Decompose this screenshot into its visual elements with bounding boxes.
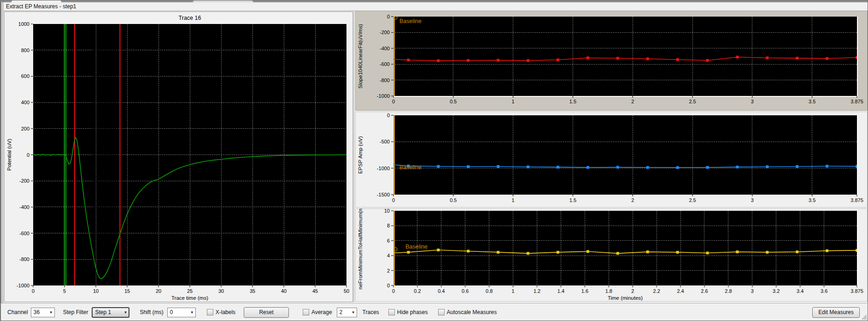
svg-text:10: 10 — [384, 209, 390, 214]
svg-text:3.6: 3.6 — [821, 288, 827, 294]
chevron-down-icon: ▼ — [123, 310, 127, 315]
edit-measures-button[interactable]: Edit Measures — [812, 307, 860, 318]
svg-text:0.4: 0.4 — [438, 288, 445, 294]
svg-text:2.2: 2.2 — [653, 288, 660, 294]
svg-text:2.5: 2.5 — [689, 99, 696, 104]
baseline-label: Baseline — [399, 164, 422, 171]
shift-select[interactable]: 0 ▼ — [167, 308, 196, 317]
svg-text:3.875: 3.875 — [850, 288, 863, 294]
average-checkbox[interactable] — [303, 309, 309, 315]
time-measure-panel: Baseline00.20.40.60.811.21.41.61.822.22.… — [355, 208, 868, 302]
svg-text:5: 5 — [63, 288, 66, 294]
svg-text:0: 0 — [392, 288, 395, 294]
chart-title: Trace 16 — [179, 15, 201, 21]
pane-splitter[interactable] — [353, 12, 354, 302]
channel-label: Channel — [7, 309, 28, 315]
chevron-down-icon: ▼ — [49, 310, 53, 315]
svg-text:-200: -200 — [19, 178, 29, 184]
svg-text:0.6: 0.6 — [462, 288, 469, 294]
svg-text:35: 35 — [250, 288, 255, 294]
resize-grip[interactable] — [861, 314, 867, 320]
svg-text:-1000: -1000 — [377, 93, 390, 99]
svg-text:0: 0 — [27, 152, 29, 158]
y-axis-label: EPSP Amp (uV) — [358, 136, 363, 174]
y-axis-label: neFromMinimumToHalfMinimum(m — [358, 209, 363, 289]
epsp-chart[interactable]: Baseline00.511.522.533.53.8750-500-1000-… — [356, 112, 867, 207]
svg-text:3: 3 — [751, 288, 754, 294]
xlabels-checkbox-label: X-labels — [216, 309, 235, 315]
hide-phases-checkbox[interactable] — [388, 309, 395, 315]
average-checkbox-label: Average — [311, 309, 332, 315]
svg-text:-500: -500 — [380, 139, 390, 144]
slope-chart[interactable]: Baseline00.511.522.533.53.8750-200-400-6… — [356, 11, 867, 110]
svg-text:1: 1 — [512, 288, 515, 294]
trace-chart[interactable]: 05101520253035404550-1000-800-600-400-20… — [5, 12, 352, 302]
reset-button[interactable]: Reset — [244, 307, 289, 318]
app-window: Extract EP Measures - step1 051015202530… — [0, 0, 868, 321]
svg-text:-200: -200 — [380, 30, 390, 35]
svg-text:0: 0 — [392, 99, 395, 104]
svg-text:3: 3 — [751, 99, 754, 104]
svg-text:0.2: 0.2 — [414, 288, 421, 294]
svg-text:0: 0 — [32, 288, 35, 294]
y-axis-label: Slope1040LinearFit(uV/ms) — [358, 24, 363, 89]
background-window-frame — [0, 2, 3, 321]
channel-select[interactable]: 36 ▼ — [31, 308, 55, 317]
svg-text:45: 45 — [312, 288, 318, 294]
chevron-down-icon: ▼ — [352, 310, 355, 315]
trace-plot-panel: 05101520253035404550-1000-800-600-400-20… — [4, 12, 353, 302]
epsp-measure-panel: Baseline00.511.522.533.53.8750-500-1000-… — [355, 112, 868, 208]
svg-text:0: 0 — [387, 113, 390, 118]
svg-text:-600: -600 — [19, 231, 29, 236]
svg-text:800: 800 — [21, 48, 29, 53]
svg-text:-400: -400 — [19, 204, 29, 210]
svg-text:0: 0 — [392, 197, 395, 203]
autoscale-measures-checkbox-label: Autoscale Measures — [447, 309, 497, 315]
traces-label: Traces — [363, 309, 379, 315]
svg-text:400: 400 — [21, 100, 29, 105]
svg-text:200: 200 — [21, 126, 29, 131]
svg-text:2.4: 2.4 — [677, 288, 684, 294]
x-axis-label: Time (minutes) — [608, 295, 643, 301]
svg-text:3.875: 3.875 — [850, 197, 863, 203]
autoscale-measures-checkbox[interactable] — [438, 309, 445, 315]
svg-text:3.4: 3.4 — [797, 288, 803, 294]
svg-text:3: 3 — [751, 197, 754, 203]
svg-text:1.2: 1.2 — [534, 288, 540, 294]
svg-text:-1000: -1000 — [377, 166, 390, 171]
svg-text:3.5: 3.5 — [809, 99, 815, 104]
svg-text:-800: -800 — [380, 77, 390, 83]
svg-text:1: 1 — [512, 197, 515, 203]
svg-text:1000: 1000 — [18, 21, 29, 27]
chevron-down-icon: ▼ — [190, 310, 194, 315]
step-filter-label: Step Filter — [63, 309, 88, 315]
window-title: Extract EP Measures - step1 — [6, 3, 76, 10]
svg-text:2.6: 2.6 — [701, 288, 708, 294]
svg-text:8: 8 — [387, 223, 390, 228]
average-count-select[interactable]: 2 ▼ — [337, 308, 357, 317]
svg-text:2: 2 — [387, 268, 390, 273]
svg-text:30: 30 — [218, 288, 224, 294]
svg-text:25: 25 — [187, 288, 193, 294]
svg-text:1.6: 1.6 — [581, 288, 588, 294]
svg-text:50: 50 — [344, 288, 349, 294]
svg-text:1.4: 1.4 — [557, 288, 564, 294]
xlabels-checkbox[interactable] — [207, 309, 213, 315]
svg-text:2.5: 2.5 — [689, 197, 696, 203]
slope-measure-panel: Baseline00.511.522.533.53.8750-200-400-6… — [355, 11, 868, 111]
time-chart[interactable]: Baseline00.20.40.60.811.21.41.61.822.22.… — [356, 209, 867, 301]
svg-text:40: 40 — [281, 288, 287, 294]
svg-text:2: 2 — [631, 99, 634, 104]
svg-text:0: 0 — [387, 283, 390, 288]
step-filter-select[interactable]: Step 1 ▼ — [92, 307, 129, 318]
svg-text:0: 0 — [387, 14, 390, 19]
hide-phases-checkbox-label: Hide phases — [397, 309, 428, 315]
svg-text:3.5: 3.5 — [809, 197, 815, 203]
baseline-label: Baseline — [399, 18, 422, 24]
svg-text:1: 1 — [512, 99, 515, 104]
x-axis-label: Trace time (ms) — [171, 295, 208, 301]
svg-text:-800: -800 — [19, 256, 29, 262]
window-titlebar[interactable]: Extract EP Measures - step1 — [4, 2, 868, 11]
svg-text:1.5: 1.5 — [569, 99, 576, 104]
svg-text:-1000: -1000 — [17, 283, 29, 288]
